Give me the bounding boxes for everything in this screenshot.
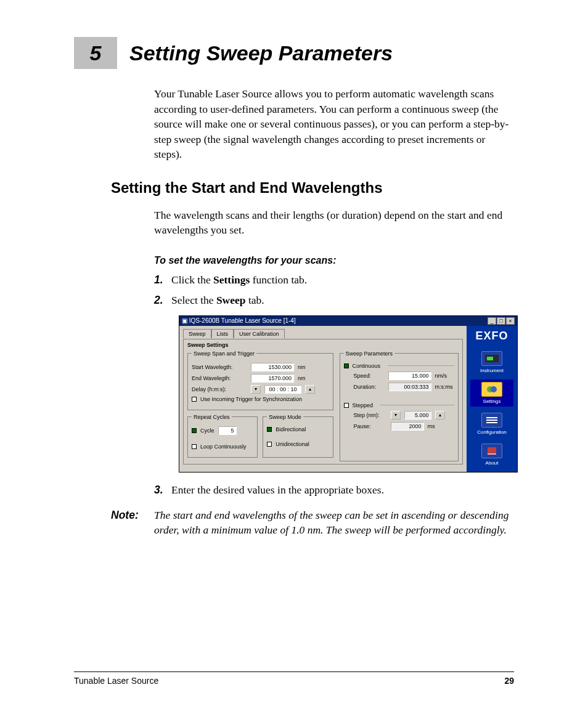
- page-footer: Tunable Laser Source 29: [74, 671, 514, 686]
- cycle-input[interactable]: [218, 426, 237, 435]
- footer-page-number: 29: [504, 676, 514, 686]
- end-wavelength-input[interactable]: [251, 374, 294, 383]
- pause-label: Pause:: [354, 423, 387, 429]
- cycle-checkbox[interactable]: [192, 428, 197, 433]
- pause-input: [391, 422, 424, 431]
- cycle-label: Cycle: [200, 428, 214, 434]
- speed-label: Speed:: [354, 373, 385, 379]
- tab-lists[interactable]: Lists: [211, 329, 234, 338]
- note-body: The start and end wavelengths of the swe…: [154, 508, 514, 538]
- end-wavelength-label: End Wavelegth:: [192, 375, 247, 381]
- footer-doc-title: Tunable Laser Source: [74, 676, 158, 686]
- step-text: Select the Sweep tab.: [171, 294, 264, 307]
- note-label: Note:: [111, 508, 154, 538]
- screenshot-figure: ▣ IQS-2600B Tunable Laser Source [1-4] _…: [179, 315, 518, 473]
- tab-sweep[interactable]: Sweep: [183, 329, 211, 338]
- trigger-checkbox[interactable]: [192, 397, 197, 402]
- sweep-settings-title: Sweep Settings: [187, 342, 459, 348]
- trigger-label: Use Incoming Trigger for Synchronization: [200, 396, 302, 402]
- settings-icon: [481, 382, 502, 397]
- sidebar: EXFO Instrument Settings: [467, 326, 517, 472]
- sidebar-item-about[interactable]: About: [470, 441, 513, 468]
- svg-rect-1: [487, 357, 493, 360]
- duration-display: [388, 383, 431, 391]
- stepped-checkbox[interactable]: [344, 403, 349, 408]
- repeat-cycles-legend: Repeat Cycles: [192, 414, 232, 420]
- procedure-heading: To set the wavelengths for your scans:: [154, 255, 514, 266]
- sidebar-item-instrument[interactable]: Instrument: [470, 349, 513, 376]
- bidirectional-label: Bidirectional: [276, 426, 306, 432]
- sweep-span-legend: Sweep Span and Trigger: [192, 351, 256, 357]
- start-wavelength-input[interactable]: [251, 363, 294, 371]
- delay-down-button[interactable]: ▾: [251, 385, 261, 394]
- loop-checkbox[interactable]: [192, 444, 197, 449]
- unit-label: nm/s: [435, 373, 447, 379]
- intro-paragraph: Your Tunable Laser Source allows you to …: [154, 86, 514, 162]
- svg-point-3: [491, 386, 497, 392]
- repeat-cycles-group: Repeat Cycles Cycle Loop Continuously: [187, 414, 258, 458]
- close-icon[interactable]: ×: [506, 317, 515, 325]
- step-up-button[interactable]: ▴: [435, 411, 445, 420]
- minimize-icon[interactable]: _: [488, 317, 496, 325]
- step-text: Click the Settings function tab.: [171, 274, 307, 286]
- svg-rect-7: [488, 453, 496, 455]
- step-number: 3.: [154, 484, 171, 497]
- start-wavelength-label: Start Wavelegth:: [192, 364, 247, 370]
- unit-label: ms: [428, 423, 435, 429]
- sidebar-item-configuration[interactable]: Configuration: [470, 410, 513, 437]
- svg-rect-4: [486, 417, 497, 418]
- step-number: 2.: [154, 294, 171, 307]
- sweep-span-group: Sweep Span and Trigger Start Wavelegth: …: [187, 351, 333, 410]
- sweep-mode-group: Sweep Mode Bidirectional Unidirectional: [263, 414, 333, 458]
- maximize-icon[interactable]: □: [497, 317, 505, 325]
- unit-label: m:s:ms: [435, 384, 453, 390]
- unit-label: nm: [298, 364, 306, 370]
- step-number: 1.: [154, 274, 171, 286]
- loop-label: Loop Continuously: [200, 444, 247, 450]
- unidirectional-label: Unidirectional: [276, 441, 309, 447]
- svg-rect-5: [486, 420, 497, 421]
- chapter-title: Setting Sweep Parameters: [129, 41, 393, 65]
- unit-label: nm: [298, 375, 306, 381]
- exfo-logo: EXFO: [475, 330, 508, 343]
- tab-user-calibration[interactable]: User Calibration: [234, 329, 285, 338]
- step-label: Step (nm):: [354, 412, 387, 418]
- delay-up-button[interactable]: ▴: [305, 385, 315, 394]
- speed-input[interactable]: [388, 371, 431, 380]
- sweep-parameters-group: Sweep Parameters Continuous Speed: nm/: [340, 351, 459, 461]
- continuous-checkbox[interactable]: [344, 363, 349, 368]
- svg-rect-6: [486, 422, 497, 423]
- stepped-label: Stepped: [353, 402, 374, 408]
- chapter-number-box: 5: [74, 37, 117, 69]
- sidebar-item-settings[interactable]: Settings: [470, 379, 513, 407]
- sweep-parameters-legend: Sweep Parameters: [344, 351, 395, 357]
- window-titlebar: ▣ IQS-2600B Tunable Laser Source [1-4] _…: [179, 316, 517, 326]
- duration-label: Duration:: [354, 384, 385, 390]
- delay-label: Delay (h:m:s):: [192, 386, 247, 392]
- bidirectional-radio[interactable]: [267, 427, 272, 432]
- unidirectional-radio[interactable]: [267, 442, 272, 447]
- configuration-icon: [481, 413, 502, 428]
- step-input: [404, 411, 431, 420]
- instrument-icon: [481, 351, 502, 366]
- section-heading: Setting the Start and End Wavelengths: [111, 179, 514, 197]
- section-intro: The wavelength scans and their lengths (…: [154, 208, 514, 238]
- about-icon: [481, 444, 502, 458]
- window-title: ▣ IQS-2600B Tunable Laser Source [1-4]: [182, 317, 296, 324]
- step-down-button[interactable]: ▾: [391, 411, 401, 420]
- delay-input[interactable]: [264, 385, 301, 394]
- sweep-mode-legend: Sweep Mode: [267, 414, 303, 420]
- step-text: Enter the desired values in the appropri…: [171, 484, 384, 497]
- continuous-label: Continuous: [353, 363, 381, 369]
